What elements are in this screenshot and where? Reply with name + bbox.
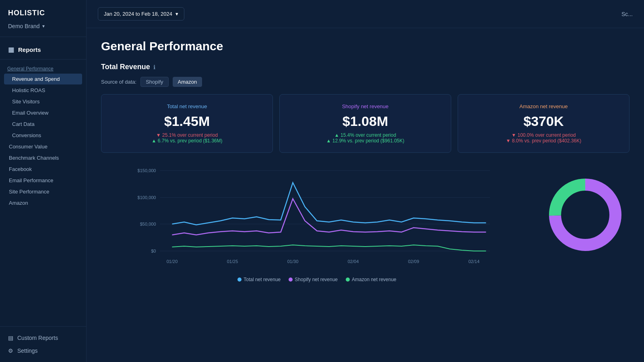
- sidebar-bottom: ▤ Custom Reports ⚙ Settings: [0, 326, 86, 362]
- metric-cards: Total net revenue $1.45M ▼ 25.1% over cu…: [101, 94, 630, 153]
- bar-chart-icon: ▦: [8, 46, 14, 53]
- date-range-value: Jan 20, 2024 to Feb 18, 2024: [104, 11, 172, 17]
- main-content: Jan 20, 2024 to Feb 18, 2024 ▾ Sc... Gen…: [87, 0, 644, 362]
- source-row: Source of data: Shopify Amazon: [101, 77, 630, 87]
- legend-shopify-net-revenue: Shopify net revenue: [289, 277, 338, 282]
- svg-text:$50,000: $50,000: [140, 222, 156, 226]
- sidebar-item-cart-data[interactable]: Cart Data: [4, 119, 82, 130]
- page-content: General Performance Total Revenue ℹ Sour…: [87, 28, 644, 362]
- gear-icon: ⚙: [8, 348, 13, 354]
- top-bar: Jan 20, 2024 to Feb 18, 2024 ▾ Sc...: [87, 0, 644, 28]
- svg-text:$100,000: $100,000: [138, 195, 156, 200]
- shopify-net-revenue-stat2: ▲ 12.9% vs. prev period ($961.05K): [287, 138, 444, 144]
- shopify-source-button[interactable]: Shopify: [140, 77, 168, 87]
- sidebar-item-consumer-value[interactable]: Consumer Value: [4, 141, 82, 152]
- reports-header[interactable]: ▦ Reports: [6, 43, 80, 56]
- custom-reports-label: Custom Reports: [17, 335, 58, 341]
- shopify-net-revenue-value: $1.08M: [287, 113, 444, 129]
- total-net-revenue-stat1: ▼ 25.1% over current period: [109, 132, 265, 138]
- sidebar-item-facebook[interactable]: Facebook: [4, 164, 82, 175]
- svg-text:02/09: 02/09: [408, 259, 419, 264]
- shopify-net-revenue-card: Shopify net revenue $1.08M ▲ 15.4% over …: [279, 94, 451, 153]
- legend-label-total: Total net revenue: [244, 277, 281, 282]
- top-bar-right-label: Sc...: [621, 11, 633, 17]
- sidebar-item-site-performance[interactable]: Site Performance: [4, 186, 82, 197]
- sidebar-item-revenue-and-spend[interactable]: Revenue and Spend: [4, 74, 82, 84]
- chart-icon: ▤: [8, 335, 13, 341]
- custom-reports-link[interactable]: ▤ Custom Reports: [6, 331, 80, 344]
- info-icon[interactable]: ℹ: [153, 64, 155, 70]
- sidebar-navigation: General Performance Revenue and Spend Ho…: [0, 60, 86, 326]
- sidebar: HOLISTIC Demo Brand ▾ ▦ Reports General …: [0, 0, 87, 362]
- chart-area: $150,000 $100,000 $50,000 $0 01/20 01/25…: [101, 162, 630, 282]
- legend-dot-total: [237, 278, 242, 282]
- total-revenue-label: Total Revenue: [101, 63, 150, 71]
- source-of-data-label: Source of data:: [101, 79, 136, 85]
- legend-dot-shopify: [289, 278, 293, 282]
- donut-chart-container: [541, 162, 630, 255]
- page-title: General Performance: [101, 39, 630, 53]
- sidebar-item-conversions[interactable]: Conversions: [4, 130, 82, 141]
- shopify-net-revenue-title: Shopify net revenue: [287, 103, 444, 109]
- total-net-revenue-value: $1.45M: [109, 113, 265, 129]
- line-chart: $150,000 $100,000 $50,000 $0 01/20 01/25…: [101, 162, 533, 271]
- sidebar-item-site-visitors[interactable]: Site Visitors: [4, 96, 82, 107]
- amazon-source-button[interactable]: Amazon: [173, 77, 202, 87]
- amazon-net-revenue-title: Amazon net revenue: [465, 103, 622, 109]
- demo-brand-selector[interactable]: Demo Brand ▾: [8, 23, 78, 29]
- legend-label-shopify: Shopify net revenue: [295, 277, 338, 282]
- svg-text:01/25: 01/25: [227, 259, 238, 264]
- sidebar-brand-section: HOLISTIC Demo Brand ▾: [0, 0, 86, 37]
- svg-text:$150,000: $150,000: [138, 168, 156, 173]
- legend-amazon-net-revenue: Amazon net revenue: [346, 277, 396, 282]
- svg-text:01/30: 01/30: [287, 259, 299, 264]
- sidebar-item-amazon[interactable]: Amazon: [4, 197, 82, 208]
- amazon-net-revenue-stat1: ▼ 100.0% over current period: [465, 132, 622, 138]
- reports-section: ▦ Reports: [0, 37, 86, 60]
- demo-brand-label: Demo Brand: [8, 23, 40, 29]
- amazon-net-revenue-card: Amazon net revenue $370K ▼ 100.0% over c…: [458, 94, 630, 153]
- legend-label-amazon: Amazon net revenue: [352, 277, 396, 282]
- sidebar-item-holistic-roas[interactable]: Holistic ROAS: [4, 85, 82, 96]
- sidebar-item-email-performance[interactable]: Email Performance: [4, 175, 82, 186]
- donut-chart: [545, 175, 625, 255]
- chevron-down-icon: ▾: [175, 11, 178, 17]
- brand-name: HOLISTIC: [8, 9, 78, 17]
- amazon-net-revenue-stat2: ▼ 8.0% vs. prev period ($402.36K): [465, 138, 622, 144]
- amazon-net-revenue-line: [172, 245, 486, 251]
- svg-text:01/20: 01/20: [167, 259, 178, 264]
- shopify-net-revenue-line: [172, 199, 486, 235]
- total-net-revenue-card: Total net revenue $1.45M ▼ 25.1% over cu…: [101, 94, 273, 153]
- chart-legend: Total net revenue Shopify net revenue Am…: [101, 277, 533, 282]
- total-net-revenue-stat2: ▲ 6.7% vs. prev period ($1.36M): [109, 138, 265, 144]
- chevron-down-icon: ▾: [42, 23, 45, 29]
- svg-text:02/14: 02/14: [469, 259, 480, 264]
- sidebar-item-benchmark-channels[interactable]: Benchmark Channels: [4, 152, 82, 163]
- svg-point-17: [562, 191, 609, 238]
- legend-dot-amazon: [346, 278, 350, 282]
- amazon-net-revenue-value: $370K: [465, 113, 622, 129]
- date-range-picker[interactable]: Jan 20, 2024 to Feb 18, 2024 ▾: [98, 7, 184, 21]
- shopify-net-revenue-stat1: ▲ 15.4% over current period: [287, 132, 444, 138]
- total-net-revenue-line: [172, 183, 486, 225]
- svg-text:$0: $0: [151, 249, 156, 253]
- total-net-revenue-title: Total net revenue: [109, 103, 265, 109]
- sidebar-item-email-overview[interactable]: Email Overview: [4, 107, 82, 118]
- settings-link[interactable]: ⚙ Settings: [6, 344, 80, 357]
- reports-label: Reports: [18, 46, 41, 53]
- svg-text:02/04: 02/04: [348, 259, 359, 264]
- general-performance-group-label[interactable]: General Performance: [4, 64, 82, 73]
- line-chart-container: $150,000 $100,000 $50,000 $0 01/20 01/25…: [101, 162, 533, 282]
- total-revenue-header: Total Revenue ℹ: [101, 63, 630, 71]
- legend-total-net-revenue: Total net revenue: [237, 277, 281, 282]
- settings-label: Settings: [17, 348, 38, 354]
